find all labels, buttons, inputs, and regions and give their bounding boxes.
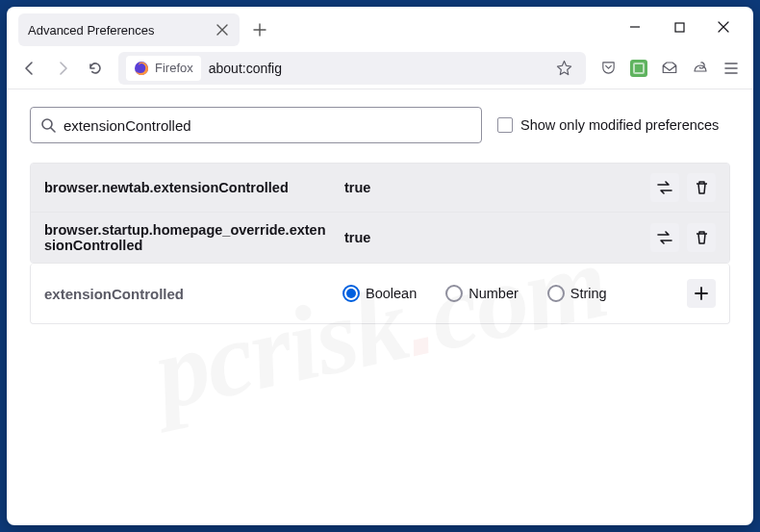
radio-icon <box>342 285 360 302</box>
firefox-logo-icon <box>134 61 149 76</box>
plus-icon <box>695 287 708 300</box>
navigation-toolbar: Firefox about:config <box>7 47 753 89</box>
trash-icon <box>695 180 709 195</box>
inbox-icon[interactable] <box>655 54 684 83</box>
tab-title: Advanced Preferences <box>28 23 215 38</box>
radio-icon <box>547 285 565 302</box>
back-button[interactable] <box>14 53 45 84</box>
maximize-button[interactable] <box>657 7 701 47</box>
delete-button[interactable] <box>687 173 716 202</box>
preference-actions <box>650 223 716 252</box>
add-preference-row: extensionControlled Boolean Number Strin… <box>30 264 730 324</box>
trash-icon <box>695 230 709 245</box>
account-icon[interactable] <box>686 54 715 83</box>
radio-boolean[interactable]: Boolean <box>342 285 417 302</box>
minimize-button[interactable] <box>613 7 657 47</box>
svg-rect-0 <box>675 23 684 32</box>
search-icon <box>40 117 56 133</box>
checkbox-label: Show only modified preferences <box>520 117 719 133</box>
radio-label: String <box>570 286 607 301</box>
close-tab-icon[interactable] <box>215 22 230 38</box>
search-row: Show only modified preferences <box>30 107 730 143</box>
toggle-button[interactable] <box>650 223 679 252</box>
new-preference-name: extensionControlled <box>44 286 333 302</box>
radio-label: Number <box>469 286 519 301</box>
preference-row[interactable]: browser.startup.homepage_override.extens… <box>31 213 729 263</box>
preference-actions <box>650 173 716 202</box>
preferences-table: browser.newtab.extensionControlled true … <box>30 163 730 264</box>
reload-button[interactable] <box>80 53 111 84</box>
toggle-icon <box>656 231 673 244</box>
new-tab-button[interactable] <box>245 15 274 44</box>
preference-row[interactable]: browser.newtab.extensionControlled true <box>31 164 729 213</box>
forward-button[interactable] <box>47 53 78 84</box>
show-only-modified-checkbox[interactable]: Show only modified preferences <box>497 117 719 133</box>
search-input[interactable] <box>63 117 471 134</box>
menu-icon[interactable] <box>717 54 746 83</box>
url-bar[interactable]: Firefox about:config <box>118 52 586 85</box>
browser-window: Advanced Preferences <box>7 7 753 525</box>
search-box[interactable] <box>30 107 482 143</box>
extension-icon[interactable] <box>624 54 653 83</box>
radio-label: Boolean <box>366 286 417 301</box>
browser-tab[interactable]: Advanced Preferences <box>18 13 240 46</box>
checkbox-icon <box>497 117 513 133</box>
toggle-icon <box>656 181 673 194</box>
identity-label: Firefox <box>155 61 193 75</box>
add-button[interactable] <box>687 279 716 308</box>
bookmark-star-icon[interactable] <box>549 54 578 83</box>
preference-name: browser.startup.homepage_override.extens… <box>44 222 333 253</box>
radio-number[interactable]: Number <box>445 285 519 302</box>
type-radio-group: Boolean Number String <box>342 285 677 302</box>
close-window-button[interactable] <box>701 7 746 47</box>
preference-value: true <box>344 180 639 195</box>
page-content: pcrisk.com Show only modified preference… <box>7 89 753 525</box>
titlebar: Advanced Preferences <box>7 7 753 47</box>
radio-string[interactable]: String <box>547 285 607 302</box>
identity-box[interactable]: Firefox <box>126 56 201 81</box>
window-controls <box>613 7 746 47</box>
pocket-icon[interactable] <box>594 54 622 83</box>
preference-name: browser.newtab.extensionControlled <box>44 180 333 195</box>
delete-button[interactable] <box>687 223 716 252</box>
url-text: about:config <box>209 61 542 76</box>
preference-value: true <box>344 230 639 245</box>
toggle-button[interactable] <box>650 173 679 202</box>
radio-icon <box>445 285 463 302</box>
